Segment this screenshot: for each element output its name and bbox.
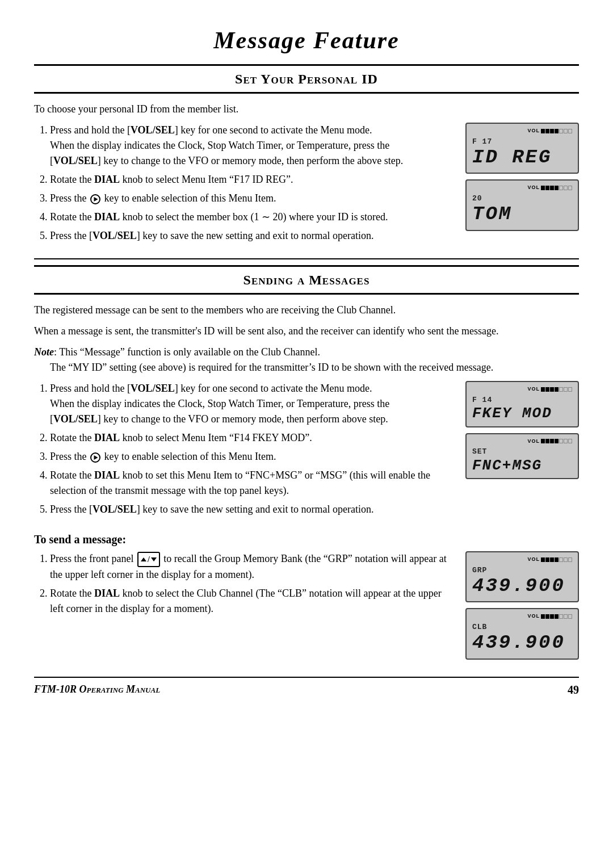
section2-content: Press and hold the [VOL/SEL] key for one… [34, 381, 579, 523]
lcd-display-tom: VOL 20 TOM [465, 179, 579, 230]
lcd-display-fncmsg: VOL SET FNC+MSG [465, 433, 579, 480]
vol-bar2: VOL [472, 184, 572, 192]
play-button-icon [90, 194, 100, 204]
section1-content: Press and hold the [VOL/SEL] key for one… [34, 123, 579, 249]
vol-bar6: VOL [472, 613, 572, 620]
section2-para2: When a message is sent, the transmitter'… [34, 324, 579, 339]
list-item: Rotate the DIAL knob to select the membe… [50, 209, 454, 225]
list-item: Press and hold the [VOL/SEL] key for one… [50, 123, 454, 169]
section2-steps: Press and hold the [VOL/SEL] key for one… [50, 381, 454, 517]
key-volsel-s2: VOL/SEL [131, 383, 175, 394]
vol-bar4: VOL [472, 438, 572, 446]
arrow-down-icon [151, 557, 157, 561]
key-volsel3: VOL/SEL [93, 230, 137, 241]
dial-s2b: DIAL [94, 469, 120, 481]
lcd-display-clb: VOL CLB 439.900 [465, 608, 579, 659]
list-item: Press the key to enable selection of thi… [50, 191, 454, 206]
section-divider [34, 258, 579, 259]
subsection-panels: VOL GRP 439.900 VOL [465, 551, 579, 660]
dial-s2: DIAL [94, 432, 120, 443]
list-item: Rotate the DIAL knob to select the Club … [50, 586, 454, 617]
page-footer: FTM-10R Operating Manual 49 [34, 677, 579, 698]
list-item: Press the key to enable selection of thi… [50, 449, 454, 464]
lcd-big-fnc: FNC+MSG [472, 458, 572, 474]
lcd-grp-freq: 439.900 [472, 576, 572, 597]
note-label: Note [34, 346, 54, 358]
lcd-big-fkey: FKEY MOD [472, 405, 572, 422]
dial-sub: DIAL [94, 588, 120, 599]
vol-blocks3 [541, 387, 572, 392]
dial-label2: DIAL [94, 211, 120, 223]
vol-blocks4 [541, 439, 572, 443]
lcd-small-fkey: F 14 [472, 395, 572, 406]
subsection-heading: To send a message: [34, 531, 579, 548]
subsection-steps: Press the front panel / to recall the Gr… [50, 551, 454, 617]
list-item: Press the front panel / to recall the Gr… [50, 551, 454, 582]
subsection-content: Press the front panel / to recall the Gr… [34, 551, 579, 660]
lcd-small-text: F 17 [472, 136, 572, 148]
vol-blocks5 [541, 557, 572, 562]
section1-intro: To choose your personal ID from the memb… [34, 102, 579, 117]
page-title: Message Feature [34, 23, 579, 58]
lcd-big-text2: TOM [472, 204, 572, 225]
vol-blocks6 [541, 614, 572, 619]
section1-steps: Press and hold the [VOL/SEL] key for one… [50, 123, 454, 244]
lcd-small-text2: 20 [472, 193, 572, 204]
list-item: Rotate the DIAL knob to set this Menu It… [50, 468, 454, 498]
list-item: Press and hold the [VOL/SEL] key for one… [50, 381, 454, 427]
key-volsel-s2c: VOL/SEL [93, 504, 137, 515]
list-item: Press the [VOL/SEL] key to save the new … [50, 228, 454, 244]
arrow-group-icon: / [137, 552, 160, 567]
subsection-text-col: Press the front panel / to recall the Gr… [34, 551, 454, 622]
list-item: Press the [VOL/SEL] key to save the new … [50, 502, 454, 517]
section2-text-col: Press and hold the [VOL/SEL] key for one… [34, 381, 454, 523]
vol-blocks2 [541, 186, 572, 190]
lcd-display-grp: VOL GRP 439.900 [465, 551, 579, 602]
key-volsel-s2b: VOL/SEL [53, 413, 98, 425]
list-item: Rotate the DIAL knob to select Menu Item… [50, 172, 454, 187]
dial-label: DIAL [94, 174, 120, 185]
lcd-small-fnc: SET [472, 446, 572, 458]
section1-panels: VOL F 17 ID REG VOL [465, 123, 579, 231]
footer-page-number: 49 [568, 681, 579, 698]
lcd-display-idreg: VOL F 17 ID REG [465, 123, 579, 174]
lcd-grp-label: GRP [472, 565, 572, 576]
section2-note: Note: This “Message” function is only av… [34, 345, 579, 375]
vol-bar3: VOL [472, 385, 572, 393]
arrow-up-icon [141, 557, 146, 561]
section2-para1: The registered message can be sent to th… [34, 303, 579, 318]
vol-bar: VOL [472, 127, 572, 135]
lcd-display-fkeymod: VOL F 14 FKEY MOD [465, 381, 579, 427]
section2-panels: VOL F 14 FKEY MOD VOL [465, 381, 579, 479]
lcd-clb-freq: 439.900 [472, 632, 572, 653]
lcd-big-text: ID REG [472, 147, 572, 168]
key-volsel2: VOL/SEL [53, 155, 98, 166]
section1-text-col: Press and hold the [VOL/SEL] key for one… [34, 123, 454, 249]
play-button-icon2 [90, 452, 100, 463]
key-volsel: VOL/SEL [131, 124, 175, 136]
list-item: Rotate the DIAL knob to select Menu Item… [50, 430, 454, 446]
note-detail: The “MY ID” setting (see above) is requi… [50, 362, 493, 373]
section1-heading: Set Your Personal ID [34, 64, 579, 94]
section2-heading: Sending a Messages [34, 265, 579, 295]
lcd-clb-label: CLB [472, 622, 572, 633]
vol-bar5: VOL [472, 556, 572, 564]
vol-blocks [541, 129, 572, 133]
footer-manual-title: FTM-10R Operating Manual [34, 682, 160, 697]
